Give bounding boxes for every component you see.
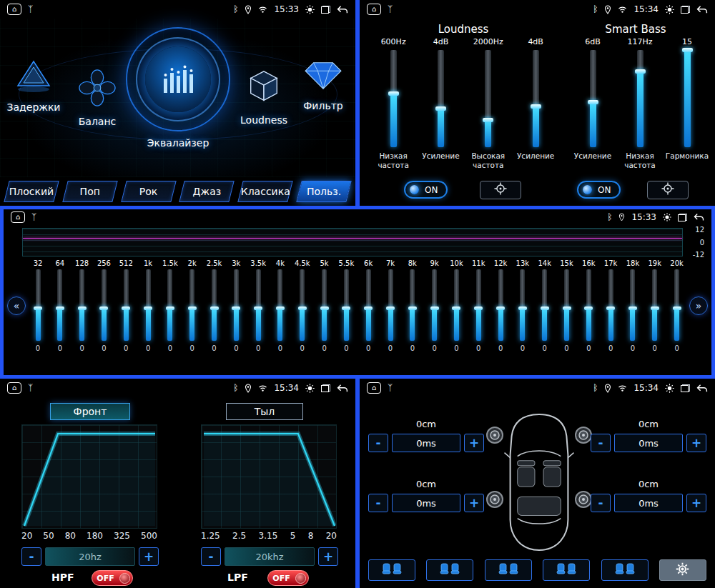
back-icon[interactable] [696, 384, 708, 393]
preset-tab[interactable]: Классика [237, 179, 294, 204]
minus-button[interactable]: - [368, 434, 388, 452]
eq-prev-page-button[interactable]: « [7, 297, 26, 315]
home-icon[interactable]: ⌂ [367, 4, 381, 15]
eq-band-slider[interactable] [586, 269, 591, 341]
eq-band-slider[interactable] [256, 269, 261, 341]
plus-button[interactable]: + [464, 494, 484, 512]
vertical-slider[interactable] [485, 50, 491, 147]
preset-tab[interactable]: Польз. [295, 179, 352, 204]
slider-thumb[interactable] [232, 307, 240, 310]
eq-band-slider[interactable] [432, 269, 437, 341]
eq-band-slider[interactable] [366, 269, 371, 341]
slider-thumb[interactable] [452, 307, 460, 310]
slider-thumb[interactable] [254, 307, 262, 310]
plus-button[interactable]: + [464, 434, 484, 452]
position-button-all[interactable] [601, 559, 649, 581]
minus-button[interactable]: - [591, 494, 611, 512]
slider-thumb[interactable] [188, 307, 197, 310]
slider-thumb[interactable] [483, 118, 493, 122]
minus-button[interactable]: - [591, 434, 611, 452]
slider-thumb[interactable] [584, 307, 593, 310]
slider-thumb[interactable] [635, 69, 646, 74]
brightness-icon[interactable] [663, 213, 671, 221]
slider-thumb[interactable] [144, 307, 152, 310]
plus-button[interactable]: + [686, 434, 706, 452]
minus-button[interactable]: - [21, 547, 41, 566]
recent-apps-icon[interactable] [681, 6, 690, 14]
slider-thumb[interactable] [496, 307, 505, 310]
slider-thumb[interactable] [651, 307, 659, 310]
eq-band-slider[interactable] [564, 269, 569, 341]
eq-band-slider[interactable] [630, 269, 635, 341]
slider-thumb[interactable] [408, 307, 417, 310]
slider-thumb[interactable] [99, 307, 108, 310]
slider-thumb[interactable] [388, 91, 399, 96]
tab-rear-speakers[interactable]: Тыл [226, 403, 303, 420]
back-icon[interactable] [696, 5, 708, 14]
slider-thumb[interactable] [364, 307, 373, 310]
recent-apps-icon[interactable] [321, 384, 330, 392]
eq-band-slider[interactable] [36, 269, 41, 341]
eq-band-slider[interactable] [674, 269, 679, 341]
slider-thumb[interactable] [386, 307, 395, 310]
slider-thumb[interactable] [166, 307, 174, 310]
brightness-icon[interactable] [305, 5, 315, 14]
slider-thumb[interactable] [531, 104, 541, 109]
brightness-icon[interactable] [665, 384, 674, 393]
back-icon[interactable] [337, 5, 348, 14]
menu-item-filter[interactable]: Фильтр [293, 59, 353, 111]
eq-band-slider[interactable] [322, 269, 327, 341]
eq-band-slider[interactable] [300, 269, 305, 341]
home-icon[interactable]: ⌂ [11, 211, 25, 223]
eq-band-slider[interactable] [410, 269, 415, 341]
slider-thumb[interactable] [588, 100, 598, 104]
position-custom-settings-button[interactable] [659, 559, 706, 581]
slider-thumb[interactable] [518, 307, 527, 310]
back-icon[interactable] [694, 213, 704, 221]
preset-tab[interactable]: Джаз [178, 179, 235, 204]
eq-band-slider[interactable] [167, 269, 172, 341]
slider-thumb[interactable] [563, 307, 571, 310]
eq-band-slider[interactable] [652, 269, 657, 341]
slider-thumb[interactable] [78, 307, 87, 310]
tab-front-speakers[interactable]: Фронт [50, 403, 130, 420]
position-button-passenger[interactable] [426, 559, 473, 581]
eq-band-slider[interactable] [476, 269, 481, 341]
recent-apps-icon[interactable] [678, 214, 687, 221]
slider-thumb[interactable] [210, 307, 219, 310]
slider-thumb[interactable] [430, 307, 439, 310]
eq-band-slider[interactable] [57, 269, 62, 341]
menu-item-delays[interactable]: Задержки [3, 59, 64, 113]
eq-band-slider[interactable] [146, 269, 151, 341]
slider-thumb[interactable] [342, 307, 350, 310]
slider-thumb[interactable] [474, 307, 483, 310]
vertical-slider[interactable] [390, 50, 397, 147]
eq-band-slider[interactable] [388, 269, 393, 341]
minus-button[interactable]: - [201, 547, 221, 566]
eq-band-slider[interactable] [520, 269, 525, 341]
eq-band-slider[interactable] [498, 269, 503, 341]
eq-band-slider[interactable] [344, 269, 349, 341]
eq-band-slider[interactable] [124, 269, 129, 341]
eq-band-slider[interactable] [277, 269, 282, 341]
menu-item-loudness[interactable]: Loudness [232, 69, 296, 126]
slider-thumb[interactable] [276, 307, 285, 310]
recent-apps-icon[interactable] [681, 384, 690, 392]
slider-thumb[interactable] [673, 307, 681, 310]
home-icon[interactable]: ⌂ [367, 382, 381, 394]
home-icon[interactable]: ⌂ [7, 4, 21, 15]
smart-bass-reset-button[interactable] [647, 181, 689, 199]
slider-thumb[interactable] [606, 307, 615, 310]
brightness-icon[interactable] [665, 5, 674, 14]
eq-band-slider[interactable] [454, 269, 459, 341]
slider-thumb[interactable] [122, 307, 130, 310]
eq-band-slider[interactable] [542, 269, 547, 341]
slider-thumb[interactable] [56, 307, 64, 310]
loudness-on-toggle[interactable]: ON [404, 181, 448, 199]
slider-thumb[interactable] [34, 307, 42, 310]
slider-thumb[interactable] [628, 307, 637, 310]
vertical-slider[interactable] [684, 50, 691, 147]
slider-thumb[interactable] [298, 307, 307, 310]
position-button-driver[interactable] [368, 559, 415, 581]
smart-bass-on-toggle[interactable]: ON [577, 181, 621, 199]
